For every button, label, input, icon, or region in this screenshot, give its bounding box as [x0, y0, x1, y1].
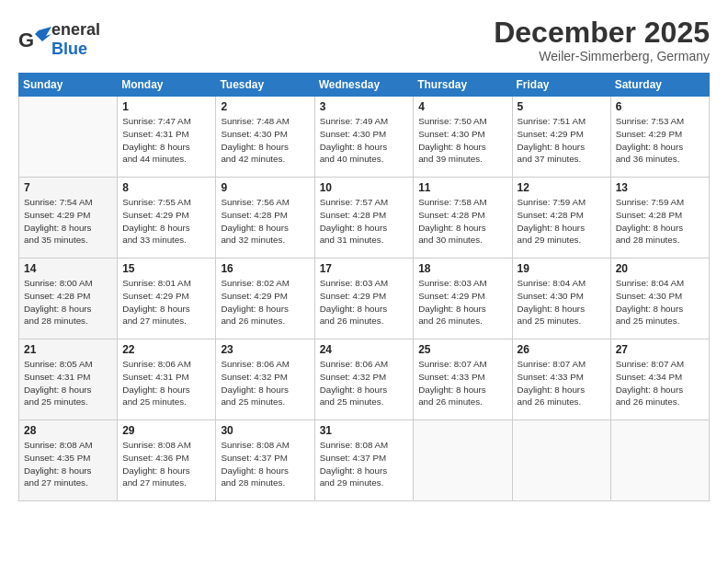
title-block: December 2025 Weiler-Simmerberg, Germany — [494, 17, 710, 63]
day-number: 22 — [122, 343, 210, 356]
day-info: Sunrise: 7:48 AMSunset: 4:30 PMDaylight:… — [221, 115, 309, 166]
day-number: 16 — [221, 262, 309, 275]
calendar: SundayMondayTuesdayWednesdayThursdayFrid… — [18, 73, 710, 501]
day-info: Sunrise: 7:56 AMSunset: 4:28 PMDaylight:… — [221, 196, 309, 247]
calendar-cell — [610, 420, 709, 501]
calendar-cell: 30Sunrise: 8:08 AMSunset: 4:37 PMDayligh… — [216, 420, 314, 501]
day-number: 3 — [320, 100, 409, 113]
calendar-cell: 24Sunrise: 8:06 AMSunset: 4:32 PMDayligh… — [314, 339, 414, 420]
day-number: 8 — [122, 181, 210, 194]
calendar-week-2: 7Sunrise: 7:54 AMSunset: 4:29 PMDaylight… — [19, 178, 710, 259]
day-number: 10 — [320, 181, 409, 194]
logo-general-text: eneral — [51, 20, 100, 39]
location: Weiler-Simmerberg, Germany — [494, 49, 710, 63]
calendar-header-thursday: Thursday — [414, 74, 512, 97]
calendar-cell: 16Sunrise: 8:02 AMSunset: 4:29 PMDayligh… — [216, 259, 314, 339]
day-info: Sunrise: 8:08 AMSunset: 4:37 PMDaylight:… — [320, 439, 409, 489]
day-number: 27 — [616, 343, 704, 356]
day-info: Sunrise: 7:53 AMSunset: 4:29 PMDaylight:… — [616, 115, 704, 166]
calendar-cell: 6Sunrise: 7:53 AMSunset: 4:29 PMDaylight… — [610, 97, 709, 178]
svg-text:G: G — [18, 29, 34, 52]
day-number: 24 — [320, 343, 409, 356]
calendar-header-sunday: Sunday — [19, 74, 118, 97]
page: G eneral Blue December 2025 Weiler-Simme… — [0, 0, 728, 563]
day-info: Sunrise: 7:59 AMSunset: 4:28 PMDaylight:… — [518, 196, 606, 247]
calendar-cell: 13Sunrise: 7:59 AMSunset: 4:28 PMDayligh… — [610, 178, 709, 259]
calendar-cell: 18Sunrise: 8:03 AMSunset: 4:29 PMDayligh… — [414, 259, 512, 339]
svg-marker-1 — [35, 27, 51, 41]
day-number: 4 — [418, 100, 506, 113]
calendar-cell — [19, 97, 118, 178]
day-info: Sunrise: 8:04 AMSunset: 4:30 PMDaylight:… — [616, 277, 704, 327]
day-info: Sunrise: 8:01 AMSunset: 4:29 PMDaylight:… — [122, 277, 210, 327]
day-info: Sunrise: 8:03 AMSunset: 4:29 PMDaylight:… — [320, 277, 409, 327]
day-info: Sunrise: 8:08 AMSunset: 4:36 PMDaylight:… — [122, 439, 210, 489]
calendar-cell: 3Sunrise: 7:49 AMSunset: 4:30 PMDaylight… — [314, 97, 414, 178]
calendar-cell: 7Sunrise: 7:54 AMSunset: 4:29 PMDaylight… — [19, 178, 118, 259]
day-info: Sunrise: 7:59 AMSunset: 4:28 PMDaylight:… — [616, 196, 704, 247]
calendar-week-5: 28Sunrise: 8:08 AMSunset: 4:35 PMDayligh… — [19, 420, 710, 501]
calendar-header-row: SundayMondayTuesdayWednesdayThursdayFrid… — [19, 74, 710, 97]
calendar-week-3: 14Sunrise: 8:00 AMSunset: 4:28 PMDayligh… — [19, 259, 710, 339]
day-info: Sunrise: 8:04 AMSunset: 4:30 PMDaylight:… — [518, 277, 606, 327]
day-info: Sunrise: 7:51 AMSunset: 4:29 PMDaylight:… — [518, 115, 606, 166]
day-info: Sunrise: 8:07 AMSunset: 4:33 PMDaylight:… — [418, 358, 506, 408]
day-number: 30 — [221, 424, 309, 437]
day-info: Sunrise: 8:08 AMSunset: 4:35 PMDaylight:… — [24, 439, 112, 489]
day-info: Sunrise: 8:06 AMSunset: 4:32 PMDaylight:… — [320, 358, 409, 408]
day-number: 28 — [24, 424, 112, 437]
day-number: 18 — [418, 262, 506, 275]
day-number: 5 — [518, 100, 606, 113]
day-info: Sunrise: 8:02 AMSunset: 4:29 PMDaylight:… — [221, 277, 309, 327]
calendar-cell: 5Sunrise: 7:51 AMSunset: 4:29 PMDaylight… — [512, 97, 610, 178]
calendar-week-1: 1Sunrise: 7:47 AMSunset: 4:31 PMDaylight… — [19, 97, 710, 178]
day-number: 11 — [418, 181, 506, 194]
month-title: December 2025 — [494, 17, 710, 49]
day-number: 17 — [320, 262, 409, 275]
day-info: Sunrise: 8:07 AMSunset: 4:33 PMDaylight:… — [518, 358, 606, 408]
calendar-cell: 9Sunrise: 7:56 AMSunset: 4:28 PMDaylight… — [216, 178, 314, 259]
day-info: Sunrise: 7:55 AMSunset: 4:29 PMDaylight:… — [122, 196, 210, 247]
day-number: 21 — [24, 343, 112, 356]
day-number: 9 — [221, 181, 309, 194]
day-info: Sunrise: 8:06 AMSunset: 4:31 PMDaylight:… — [122, 358, 210, 408]
calendar-cell: 17Sunrise: 8:03 AMSunset: 4:29 PMDayligh… — [314, 259, 414, 339]
day-info: Sunrise: 7:58 AMSunset: 4:28 PMDaylight:… — [418, 196, 506, 247]
day-info: Sunrise: 8:03 AMSunset: 4:29 PMDaylight:… — [418, 277, 506, 327]
day-number: 2 — [221, 100, 309, 113]
calendar-cell: 27Sunrise: 8:07 AMSunset: 4:34 PMDayligh… — [610, 339, 709, 420]
calendar-cell — [414, 420, 512, 501]
calendar-cell — [512, 420, 610, 501]
day-number: 19 — [518, 262, 606, 275]
day-info: Sunrise: 8:05 AMSunset: 4:31 PMDaylight:… — [24, 358, 112, 408]
header: G eneral Blue December 2025 Weiler-Simme… — [18, 17, 710, 63]
calendar-cell: 31Sunrise: 8:08 AMSunset: 4:37 PMDayligh… — [314, 420, 414, 501]
day-number: 26 — [518, 343, 606, 356]
logo-blue-text: Blue — [51, 40, 87, 58]
calendar-cell: 4Sunrise: 7:50 AMSunset: 4:30 PMDaylight… — [414, 97, 512, 178]
day-number: 20 — [616, 262, 704, 275]
calendar-header-friday: Friday — [512, 74, 610, 97]
calendar-cell: 1Sunrise: 7:47 AMSunset: 4:31 PMDaylight… — [118, 97, 216, 178]
day-info: Sunrise: 7:47 AMSunset: 4:31 PMDaylight:… — [122, 115, 210, 166]
day-number: 23 — [221, 343, 309, 356]
calendar-header-wednesday: Wednesday — [314, 74, 414, 97]
day-number: 25 — [418, 343, 506, 356]
calendar-header-monday: Monday — [118, 74, 216, 97]
calendar-cell: 8Sunrise: 7:55 AMSunset: 4:29 PMDaylight… — [118, 178, 216, 259]
calendar-cell: 28Sunrise: 8:08 AMSunset: 4:35 PMDayligh… — [19, 420, 118, 501]
day-info: Sunrise: 8:08 AMSunset: 4:37 PMDaylight:… — [221, 439, 309, 489]
calendar-cell: 2Sunrise: 7:48 AMSunset: 4:30 PMDaylight… — [216, 97, 314, 178]
day-number: 1 — [122, 100, 210, 113]
calendar-cell: 26Sunrise: 8:07 AMSunset: 4:33 PMDayligh… — [512, 339, 610, 420]
day-number: 15 — [122, 262, 210, 275]
calendar-cell: 21Sunrise: 8:05 AMSunset: 4:31 PMDayligh… — [19, 339, 118, 420]
calendar-cell: 20Sunrise: 8:04 AMSunset: 4:30 PMDayligh… — [610, 259, 709, 339]
calendar-cell: 15Sunrise: 8:01 AMSunset: 4:29 PMDayligh… — [118, 259, 216, 339]
day-number: 7 — [24, 181, 112, 194]
day-number: 13 — [616, 181, 704, 194]
calendar-cell: 29Sunrise: 8:08 AMSunset: 4:36 PMDayligh… — [118, 420, 216, 501]
day-info: Sunrise: 7:49 AMSunset: 4:30 PMDaylight:… — [320, 115, 409, 166]
day-number: 6 — [616, 100, 704, 113]
day-info: Sunrise: 8:07 AMSunset: 4:34 PMDaylight:… — [616, 358, 704, 408]
